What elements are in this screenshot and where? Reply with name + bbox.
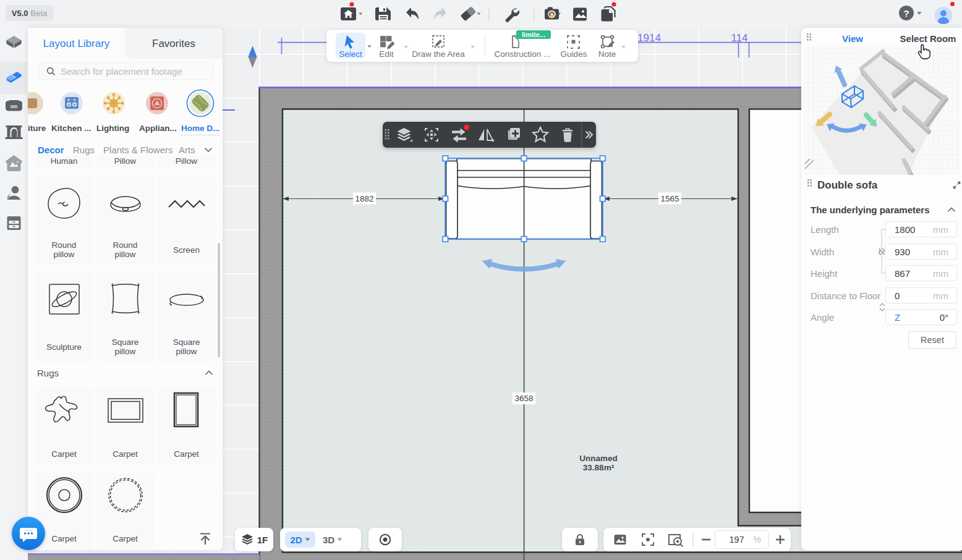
svg-text:1914: 1914 [637, 32, 661, 44]
svg-text:Unnamed: Unnamed [579, 454, 618, 463]
svg-text:114: 114 [731, 32, 747, 44]
svg-text:33.88m²: 33.88m² [583, 463, 615, 472]
svg-text:3658: 3658 [514, 394, 533, 403]
svg-text:1565: 1565 [660, 194, 679, 203]
svg-text:1882: 1882 [355, 194, 373, 203]
